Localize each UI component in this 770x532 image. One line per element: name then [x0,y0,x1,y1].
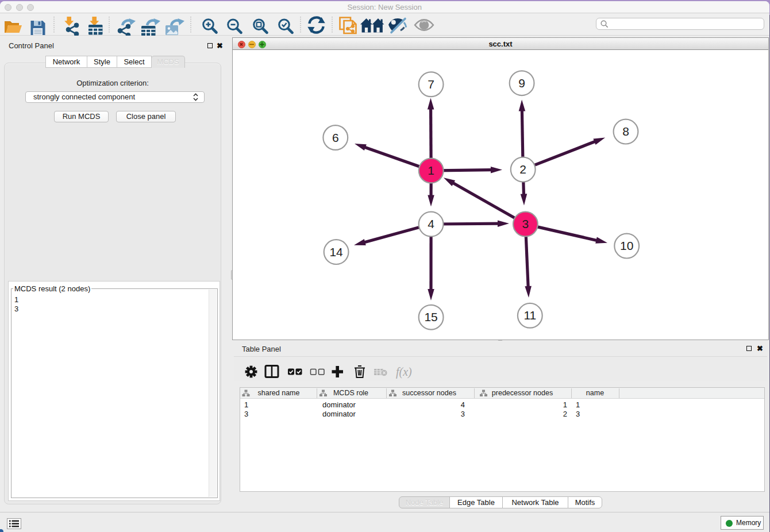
svg-text:10: 10 [620,239,633,252]
svg-text:f(x): f(x) [396,365,412,379]
svg-text:6: 6 [332,131,339,144]
svg-text:7: 7 [428,78,434,91]
svg-text:15: 15 [424,310,437,323]
svg-text:2: 2 [519,163,526,176]
svg-text:3: 3 [522,217,529,230]
svg-text:4: 4 [428,217,434,230]
svg-text:1: 1 [428,164,434,177]
svg-text:9: 9 [518,76,525,90]
svg-text:11: 11 [523,309,536,322]
svg-text:14: 14 [329,245,343,259]
svg-text:8: 8 [622,125,629,138]
